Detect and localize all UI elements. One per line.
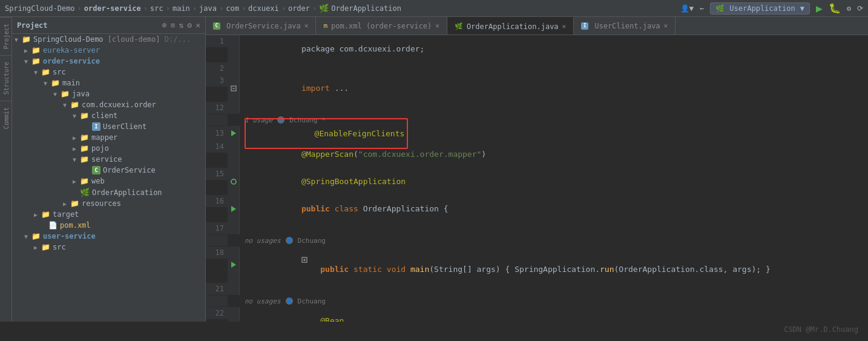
tree-item-pom[interactable]: 📄 pom.xml bbox=[12, 220, 205, 231]
breadcrumb-item-src[interactable]: src bbox=[150, 4, 163, 13]
code-text-2 bbox=[240, 62, 245, 74]
toolbar-vcs-icon[interactable]: 👤▼ bbox=[680, 4, 694, 13]
tab-close-orderapplication[interactable]: ✕ bbox=[562, 22, 567, 30]
line-number-meta-18: 18 bbox=[206, 235, 228, 246]
tab-close-userclient[interactable]: ✕ bbox=[664, 22, 668, 30]
line-number-18: 18 bbox=[206, 247, 228, 259]
code-line-14: 14 @MapperScan("com.dcxuexi.order.mapper… bbox=[206, 141, 868, 168]
tree-item-service[interactable]: ▼ 📁 service bbox=[12, 154, 205, 165]
tree-item-root[interactable]: ▼ 📁 SpringCloud-Demo [cloud-demo] D:/... bbox=[12, 34, 205, 45]
tree-item-client[interactable]: ▼ 📁 client bbox=[12, 110, 205, 121]
code-line-3: 3 import ... bbox=[206, 74, 868, 102]
tree-item-resources[interactable]: ▶ 📁 resources bbox=[12, 198, 205, 209]
tab-close-pomxml[interactable]: ✕ bbox=[435, 22, 439, 30]
breadcrumb-item-order2[interactable]: order bbox=[288, 4, 310, 13]
more-button[interactable]: ⟳ bbox=[857, 4, 863, 13]
tree-label-main: main bbox=[62, 79, 80, 87]
tree-arrow-user-src: ▶ bbox=[34, 244, 41, 251]
usage-row-18: 18 no usages 👤 Dchuang bbox=[206, 234, 868, 247]
code-span: "com.dcxuexi.order.mapper" bbox=[358, 150, 482, 159]
vtab-project[interactable]: Project bbox=[0, 17, 12, 55]
code-span bbox=[406, 265, 410, 274]
tab-pomxml[interactable]: m pom.xml (order-service) ✕ bbox=[316, 17, 447, 35]
tree-item-web[interactable]: ▶ 📁 web bbox=[12, 176, 205, 187]
breadcrumb-item-com[interactable]: com bbox=[226, 4, 239, 13]
line-number-13: 13 bbox=[206, 126, 228, 141]
tree-item-main[interactable]: ▼ 📁 main bbox=[12, 78, 205, 88]
tree-label-pojo: pojo bbox=[91, 144, 109, 153]
tree-item-target[interactable]: ▶ 📁 target bbox=[12, 209, 205, 220]
gutter-14 bbox=[228, 141, 240, 168]
folder-icon-target: 📁 bbox=[41, 210, 50, 219]
tree-item-user-service[interactable]: ▼ 📁 user-service bbox=[12, 231, 205, 242]
tree-item-userclient[interactable]: I UserClient bbox=[12, 121, 205, 132]
build-button[interactable]: ⚙ bbox=[847, 4, 851, 13]
gutter-3[interactable] bbox=[228, 74, 240, 102]
tree-item-src[interactable]: ▼ 📁 src bbox=[12, 67, 205, 78]
code-text-1: package com.dcxuexi.order; bbox=[240, 35, 424, 62]
tree-label-service: service bbox=[91, 155, 122, 164]
tree-icon-locate[interactable]: ⊕ bbox=[162, 21, 167, 30]
tab-orderapplication[interactable]: 🌿 OrderApplication.java ✕ bbox=[447, 17, 574, 35]
line-number-meta-13: 13 bbox=[206, 114, 228, 125]
run-config-dropdown[interactable]: 🌿 UserApplication ▼ bbox=[710, 2, 810, 15]
file-tree-actions: ⊕ ≡ ⇅ ⚙ ✕ bbox=[162, 21, 200, 30]
gutter-15 bbox=[228, 168, 240, 195]
breadcrumb: SpringCloud-Demo › order-service › src ›… bbox=[0, 0, 868, 17]
tree-item-order-service[interactable]: ▼ 📁 order-service bbox=[12, 56, 205, 67]
breadcrumb-item-java[interactable]: java bbox=[199, 4, 217, 13]
tree-label-orderservice: OrderService bbox=[103, 166, 156, 174]
breadcrumb-item-springcloud[interactable]: SpringCloud-Demo bbox=[5, 4, 75, 13]
breadcrumb-item-main[interactable]: main bbox=[173, 4, 190, 13]
code-span: @Bean bbox=[301, 316, 344, 322]
breadcrumb-item-order[interactable]: order-service bbox=[84, 4, 141, 13]
interface-icon-tab: I bbox=[581, 22, 588, 30]
tab-label-orderservice: OrderService.java bbox=[226, 22, 301, 30]
svg-marker-4 bbox=[231, 206, 236, 212]
tree-icon-collapse[interactable]: ≡ bbox=[171, 21, 176, 30]
vtab-commit[interactable]: Commit bbox=[0, 101, 12, 135]
tree-item-user-src[interactable]: ▶ 📁 src bbox=[12, 242, 205, 253]
file-tree-panel: Project ⊕ ≡ ⇅ ⚙ ✕ ▼ 📁 SpringCloud-Demo [… bbox=[12, 17, 206, 322]
line-number-meta-22: 22 bbox=[206, 296, 228, 306]
gutter-13[interactable] bbox=[228, 126, 240, 141]
tree-icon-close[interactable]: ✕ bbox=[196, 21, 200, 30]
tree-arrow-client: ▼ bbox=[73, 113, 80, 119]
spring-icon-tab: 🌿 bbox=[455, 22, 463, 30]
tree-item-package[interactable]: ▼ 📁 com.dcxuexi.order bbox=[12, 99, 205, 110]
tree-icon-settings[interactable]: ⚙ bbox=[187, 21, 192, 30]
code-text-13: @EnableFeignClients bbox=[240, 126, 408, 141]
gutter-16[interactable] bbox=[228, 195, 240, 222]
tree-item-eureka[interactable]: ▶ 📁 eureka-server bbox=[12, 45, 205, 56]
tree-item-orderservice[interactable]: C OrderService bbox=[12, 165, 205, 176]
tab-orderservice[interactable]: C OrderService.java ✕ bbox=[206, 17, 316, 35]
author-icon-22: 👤 bbox=[286, 297, 293, 305]
folder-icon-client: 📁 bbox=[80, 111, 89, 120]
gutter-12 bbox=[228, 102, 240, 114]
toolbar-back-icon[interactable]: ← bbox=[700, 4, 704, 13]
enablefeign-annotation: @EnableFeignClients bbox=[315, 129, 405, 138]
breadcrumb-item-dcxuexi[interactable]: dcxuexi bbox=[248, 4, 279, 13]
folder-icon-pojo: 📁 bbox=[80, 144, 89, 153]
code-line-17: 17 bbox=[206, 222, 868, 234]
code-editor: 1 package com.dcxuexi.order; 2 3 bbox=[206, 35, 868, 322]
author-name-22: Dchuang bbox=[298, 297, 326, 305]
tree-icon-sort[interactable]: ⇅ bbox=[179, 21, 184, 30]
vtab-structure[interactable]: Structure bbox=[0, 55, 12, 101]
folder-icon-package: 📁 bbox=[70, 101, 79, 109]
tree-item-mapper[interactable]: ▶ 📁 mapper bbox=[12, 132, 205, 143]
tree-item-pojo[interactable]: ▶ 📁 pojo bbox=[12, 143, 205, 154]
tab-close-orderservice[interactable]: ✕ bbox=[304, 22, 309, 30]
xml-icon-tab: m bbox=[323, 22, 327, 30]
breadcrumb-item-orderapplication[interactable]: OrderApplication bbox=[331, 4, 401, 13]
tree-item-orderapplication[interactable]: 🌿 OrderApplication bbox=[12, 187, 205, 198]
tab-userclient[interactable]: I UserClient.java ✕ bbox=[574, 17, 676, 35]
tree-arrow-target: ▶ bbox=[34, 211, 41, 218]
line-number-3: 3 bbox=[206, 74, 228, 87]
run-button[interactable]: ▶ bbox=[816, 2, 823, 15]
debug-button[interactable]: 🐛 bbox=[829, 2, 841, 14]
gutter-18[interactable] bbox=[228, 247, 240, 283]
fold-icon bbox=[231, 85, 237, 91]
code-text-17 bbox=[240, 222, 245, 234]
tree-item-java[interactable]: ▼ 📁 java bbox=[12, 88, 205, 99]
